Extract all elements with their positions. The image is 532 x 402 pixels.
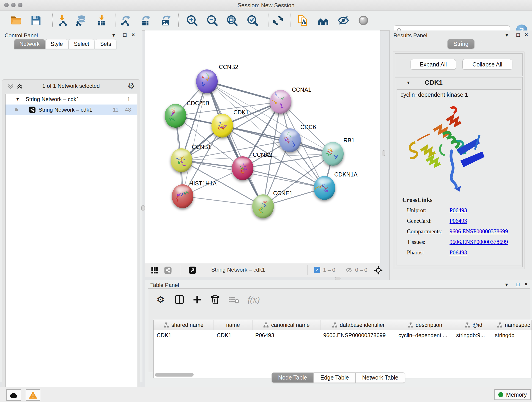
table-cell[interactable]: cyclin–dependent ... bbox=[395, 330, 453, 340]
table-horizontal-scrollbar[interactable] bbox=[155, 373, 194, 376]
zoom-in-button[interactable] bbox=[186, 14, 198, 26]
crosslink-genecard-link[interactable]: P06493 bbox=[450, 218, 467, 224]
table-cell[interactable]: CDK1 bbox=[153, 330, 214, 340]
memory-button[interactable]: Memory bbox=[494, 389, 531, 400]
zoom-out-button[interactable] bbox=[206, 14, 218, 26]
table-settings-gear-icon[interactable]: ⚙ bbox=[157, 294, 167, 305]
table-cell[interactable]: stringdb bbox=[492, 330, 532, 340]
open-view-in-window-icon[interactable] bbox=[188, 266, 196, 274]
table-cell[interactable]: CDK1 bbox=[214, 330, 252, 340]
window-title: Session: New Session bbox=[0, 2, 532, 9]
close-panel-icon[interactable]: × bbox=[132, 32, 135, 38]
grid-view-icon[interactable] bbox=[151, 266, 158, 274]
cloud-sync-button[interactable] bbox=[6, 389, 21, 401]
float-panel-icon[interactable]: □ bbox=[123, 32, 127, 38]
close-panel-icon[interactable]: × bbox=[525, 32, 528, 38]
import-table-file-button[interactable] bbox=[96, 14, 108, 26]
network-node-ccna1[interactable] bbox=[270, 90, 291, 114]
horizontal-splitter-handle[interactable] bbox=[335, 277, 341, 280]
save-session-button[interactable] bbox=[30, 14, 42, 26]
column-header-namespac[interactable]: namespac bbox=[493, 320, 532, 330]
show-all-button[interactable] bbox=[357, 14, 369, 26]
export-network-button[interactable] bbox=[120, 14, 132, 26]
export-table-button[interactable] bbox=[139, 14, 152, 26]
zoom-fit-button[interactable] bbox=[226, 14, 238, 26]
network-edge[interactable] bbox=[183, 81, 207, 196]
network-node-cdkn1a[interactable] bbox=[314, 176, 335, 200]
delete-column-icon[interactable] bbox=[210, 294, 220, 305]
entry-collapse-icon[interactable]: ▼ bbox=[406, 80, 411, 85]
table-cell[interactable]: 9606.ENSP00000378699 bbox=[320, 330, 395, 340]
collapse-panel-icon[interactable]: ▾ bbox=[112, 32, 115, 38]
network-options-gear-icon[interactable]: ⚙ bbox=[128, 81, 134, 90]
network-node-cdc6[interactable] bbox=[279, 128, 301, 152]
crosslink-compartments-link[interactable]: 9606.ENSP00000378699 bbox=[450, 228, 508, 235]
crosslink-label: Pharos: bbox=[407, 249, 450, 256]
export-image-button[interactable] bbox=[160, 14, 172, 26]
tab-node-table[interactable]: Node Table bbox=[272, 372, 314, 383]
close-panel-icon[interactable]: × bbox=[525, 281, 528, 287]
collapse-panel-icon[interactable]: ▾ bbox=[505, 281, 508, 288]
vertical-splitter-handle[interactable] bbox=[382, 150, 385, 156]
delete-table-icon[interactable] bbox=[228, 294, 240, 305]
tab-network-table[interactable]: Network Table bbox=[355, 372, 405, 383]
zoom-selected-button[interactable] bbox=[247, 14, 259, 26]
network-node-ccnb2[interactable] bbox=[196, 70, 218, 93]
hidden-eye-icon[interactable] bbox=[345, 267, 352, 274]
column-header-shared-name[interactable]: shared name bbox=[153, 320, 214, 330]
column-type-icon bbox=[408, 322, 413, 328]
tree-expanded-icon[interactable]: ▼ bbox=[16, 97, 20, 102]
float-panel-icon[interactable]: □ bbox=[516, 281, 520, 288]
table-row[interactable]: CDK1CDK1P064939606.ENSP00000378699cyclin… bbox=[153, 330, 532, 340]
refresh-network-button[interactable] bbox=[272, 14, 284, 26]
hide-selected-button[interactable] bbox=[337, 14, 349, 26]
network-node-ccne1[interactable] bbox=[252, 194, 274, 218]
crosslink-pharos-link[interactable]: P06493 bbox=[450, 249, 467, 256]
network-list-icon[interactable] bbox=[164, 266, 172, 274]
network-edge[interactable] bbox=[183, 196, 263, 206]
collapse-all-button[interactable]: Collapse All bbox=[462, 59, 512, 70]
network-node-rb1[interactable] bbox=[322, 142, 344, 166]
column-header-canonical-name[interactable]: canonical name bbox=[253, 320, 321, 330]
network-node-cdc25b[interactable] bbox=[165, 104, 186, 128]
duplicate-network-button[interactable] bbox=[297, 14, 309, 26]
column-header-database-identifier[interactable]: database identifier bbox=[321, 320, 396, 330]
network-row[interactable]: String Network – cdk1 11 48 bbox=[6, 104, 137, 115]
entry-body: cyclin–dependent kinase 1 bbox=[397, 89, 521, 265]
table-cell[interactable]: P06493 bbox=[252, 330, 320, 340]
network-node-ccnb1[interactable] bbox=[171, 148, 192, 172]
collapse-panel-icon[interactable]: ▾ bbox=[505, 32, 508, 38]
column-header-id[interactable]: @id bbox=[454, 320, 493, 330]
network-collection-row[interactable]: ▼ String Network – cdk1 1 bbox=[6, 94, 137, 104]
table-cell[interactable]: stringdb:9... bbox=[453, 330, 492, 340]
show-columns-icon[interactable] bbox=[174, 294, 184, 305]
network-node-ccna2[interactable] bbox=[232, 156, 253, 180]
network-node-hist1h1a[interactable] bbox=[172, 184, 193, 208]
tab-string[interactable]: String bbox=[447, 39, 474, 49]
tab-network[interactable]: Network bbox=[14, 39, 45, 49]
tab-edge-table[interactable]: Edge Table bbox=[314, 372, 355, 383]
add-column-icon[interactable] bbox=[192, 294, 202, 305]
open-session-button[interactable] bbox=[10, 14, 22, 26]
crosslink-tissues-link[interactable]: 9606.ENSP00000378699 bbox=[450, 239, 508, 245]
import-network-database-button[interactable] bbox=[75, 14, 87, 26]
network-edge[interactable] bbox=[207, 81, 263, 206]
function-builder-button[interactable]: f(x) bbox=[248, 294, 260, 305]
first-neighbors-button[interactable] bbox=[317, 14, 329, 26]
selected-nodes-checkbox[interactable]: ✓ bbox=[314, 267, 320, 273]
vertical-splitter-handle[interactable] bbox=[141, 205, 145, 211]
network-canvas[interactable]: CCNB2CCNA1CDC25BCDK1CDC6RB1CCNB1CCNA2CDK… bbox=[145, 31, 380, 263]
tab-sets[interactable]: Sets bbox=[95, 39, 116, 49]
column-header-name[interactable]: name bbox=[214, 320, 253, 330]
crosslink-uniprot-link[interactable]: P06493 bbox=[450, 207, 467, 214]
fit-content-crosshair-icon[interactable] bbox=[374, 266, 383, 274]
entry-gene-name: CDK1 bbox=[424, 79, 443, 86]
tab-style[interactable]: Style bbox=[45, 39, 68, 49]
float-panel-icon[interactable]: □ bbox=[516, 32, 520, 38]
network-node-cdk1[interactable] bbox=[211, 114, 233, 138]
expand-all-button[interactable]: Expand All bbox=[411, 59, 456, 70]
column-header-description[interactable]: description bbox=[396, 320, 454, 330]
import-network-file-button[interactable] bbox=[56, 14, 68, 26]
warnings-button[interactable] bbox=[26, 389, 40, 401]
tab-select[interactable]: Select bbox=[69, 39, 94, 49]
